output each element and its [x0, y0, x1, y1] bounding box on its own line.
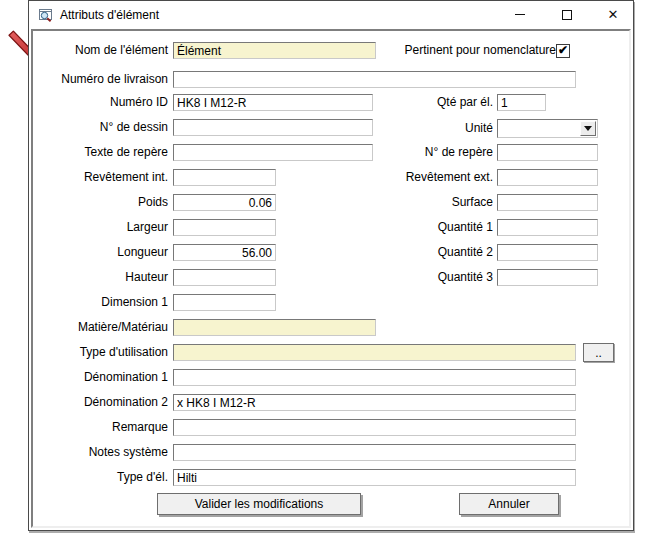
matiere-materiau-label: Matière/Matériau — [41, 319, 168, 336]
cancel-button[interactable]: Annuler — [459, 493, 559, 515]
unite-select[interactable] — [497, 119, 598, 138]
maximize-icon — [562, 10, 572, 20]
numero-livraison-label: Numéro de livraison — [41, 71, 168, 88]
revetement-int-input[interactable] — [173, 169, 276, 186]
dimension-1-input[interactable] — [173, 294, 276, 311]
quantite-2-input[interactable] — [497, 244, 598, 261]
nom-element-label: Nom de l'élément — [41, 42, 168, 59]
denomination-1-label: Dénomination 1 — [41, 369, 168, 386]
n-de-repere-input[interactable] — [497, 144, 598, 161]
unite-label: Unité — [356, 120, 493, 137]
notes-systeme-input[interactable] — [173, 444, 576, 461]
qte-par-el-input[interactable] — [497, 94, 546, 111]
remarque-input[interactable] — [173, 419, 576, 436]
minimize-icon — [515, 14, 525, 15]
n-de-dessin-input[interactable] — [173, 119, 373, 136]
screenshot-root: Attributs d'élément ✕ Nom de l'élément P… — [0, 0, 665, 539]
validate-modifications-button[interactable]: Valider les modifications — [157, 493, 361, 515]
checkmark-icon: ✔ — [557, 44, 569, 56]
chevron-down-icon — [584, 126, 592, 131]
matiere-materiau-input[interactable] — [173, 319, 376, 336]
window-title: Attributs d'élément — [60, 1, 159, 29]
numero-livraison-input[interactable] — [173, 71, 576, 88]
longueur-label: Longueur — [41, 244, 168, 261]
notes-systeme-label: Notes système — [41, 444, 168, 461]
dimension-1-label: Dimension 1 — [41, 294, 168, 311]
n-de-repere-label: N° de repère — [356, 144, 493, 161]
qte-par-el-label: Qté par él. — [356, 94, 493, 111]
quantite-3-label: Quantité 3 — [356, 269, 493, 286]
texte-repere-input[interactable] — [173, 144, 373, 161]
revetement-ext-input[interactable] — [497, 169, 598, 186]
type-el-label: Type d'él. — [41, 469, 168, 486]
longueur-input[interactable] — [173, 244, 276, 261]
unite-dropdown-button[interactable] — [580, 121, 596, 136]
largeur-label: Largeur — [41, 219, 168, 236]
texte-repere-label: Texte de repère — [41, 144, 168, 161]
denomination-2-label: Dénomination 2 — [41, 394, 168, 411]
revetement-ext-label: Revêtement ext. — [356, 169, 493, 186]
pertinent-nomenclature-checkbox[interactable]: ✔ — [556, 44, 570, 58]
largeur-input[interactable] — [173, 219, 276, 236]
denomination-2-input[interactable] — [173, 394, 576, 411]
numero-id-input[interactable] — [173, 94, 373, 111]
close-icon: ✕ — [608, 8, 619, 21]
nom-element-input[interactable] — [173, 42, 376, 59]
surface-input[interactable] — [497, 194, 598, 211]
quantite-1-label: Quantité 1 — [356, 219, 493, 236]
close-button[interactable]: ✕ — [598, 2, 628, 27]
poids-label: Poids — [41, 194, 168, 211]
type-utilisation-browse-button[interactable]: .. — [583, 343, 614, 362]
revetement-int-label: Revêtement int. — [41, 169, 168, 186]
denomination-1-input[interactable] — [173, 369, 576, 386]
type-el-input[interactable] — [173, 469, 576, 486]
quantite-1-input[interactable] — [497, 219, 598, 236]
minimize-button[interactable] — [505, 2, 535, 27]
surface-label: Surface — [356, 194, 493, 211]
type-utilisation-input[interactable] — [173, 344, 576, 361]
type-utilisation-label: Type d'utilisation — [41, 344, 168, 361]
pertinent-nomenclature-label: Pertinent pour nomenclature — [399, 42, 556, 59]
maximize-button[interactable] — [552, 2, 582, 27]
numero-id-label: Numéro ID — [41, 94, 168, 111]
remarque-label: Remarque — [41, 419, 168, 436]
quantite-2-label: Quantité 2 — [356, 244, 493, 261]
title-bar[interactable]: Attributs d'élément ✕ — [29, 1, 633, 29]
element-attributes-icon — [38, 7, 54, 23]
dialog-window: Attributs d'élément ✕ Nom de l'élément P… — [28, 0, 634, 531]
quantite-3-input[interactable] — [497, 269, 598, 286]
poids-input[interactable] — [173, 194, 276, 211]
n-de-dessin-label: N° de dessin — [41, 119, 168, 136]
hauteur-label: Hauteur — [41, 269, 168, 286]
hauteur-input[interactable] — [173, 269, 276, 286]
